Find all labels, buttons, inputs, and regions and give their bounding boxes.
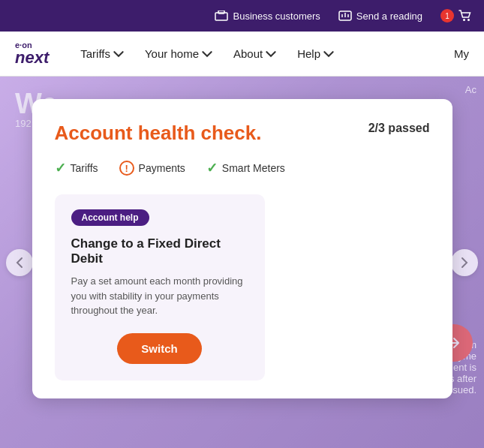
inner-card-description: Pay a set amount each month providing yo… [71,274,248,318]
modal-title: Account health check. [55,122,262,145]
account-help-card: Account help Change to a Fixed Direct De… [55,194,265,380]
account-health-check-modal: Account health check. 2/3 passed ✓ Tarif… [32,99,452,398]
svg-point-7 [467,19,470,21]
check-payments-label: Payments [139,162,185,174]
svg-rect-1 [218,11,224,14]
check-pass-icon: ✓ [55,160,66,176]
checks-row: ✓ Tariffs ! Payments ✓ Smart Meters [55,160,430,176]
nav-tariffs[interactable]: Tariffs [71,41,133,66]
nav-about[interactable]: About [224,41,285,66]
nav-your-home-label: Your home [145,47,199,60]
cart-icon [458,9,472,23]
nav-my[interactable]: My [454,47,469,60]
nav-help[interactable]: Help [288,41,343,66]
nav-tariffs-label: Tariffs [80,47,110,60]
check-tariffs: ✓ Tariffs [55,160,98,176]
business-customers-link[interactable]: Business customers [215,9,320,23]
meter-icon [338,9,352,23]
switch-button[interactable]: Switch [117,333,201,364]
chevron-down-icon [202,49,212,59]
check-pass-icon-2: ✓ [206,160,218,176]
logo[interactable]: e·on next [15,41,49,66]
check-payments: ! Payments [119,161,185,176]
account-help-tag: Account help [71,209,149,226]
notification-badge: 1 [440,9,454,23]
modal-overlay: Account health check. 2/3 passed ✓ Tarif… [0,77,484,448]
business-customers-label: Business customers [233,11,320,22]
send-reading-label: Send a reading [356,11,422,22]
chevron-down-icon [323,49,334,59]
check-warn-icon: ! [119,161,134,176]
check-smart-meters: ✓ Smart Meters [206,160,285,176]
chevron-down-icon [113,49,124,59]
business-customers-icon [215,9,228,23]
nav-bar: e·on next Tariffs Your home About Help M… [0,32,484,77]
nav-your-home[interactable]: Your home [136,41,221,66]
top-bar: Business customers Send a reading 1 [0,0,484,32]
check-smart-meters-label: Smart Meters [222,162,285,174]
modal-header: Account health check. 2/3 passed [55,122,430,145]
notification-bell[interactable]: 1 [440,9,472,23]
nav-help-label: Help [297,47,320,60]
check-tariffs-label: Tariffs [71,162,98,174]
send-reading-link[interactable]: Send a reading [338,9,422,23]
nav-items: Tariffs Your home About Help [71,41,454,66]
passed-badge: 2/3 passed [368,122,430,135]
svg-point-6 [463,19,465,21]
logo-next: next [15,50,49,66]
inner-card-title: Change to a Fixed Direct Debit [71,236,248,266]
nav-about-label: About [233,47,263,60]
chevron-down-icon [266,49,276,59]
